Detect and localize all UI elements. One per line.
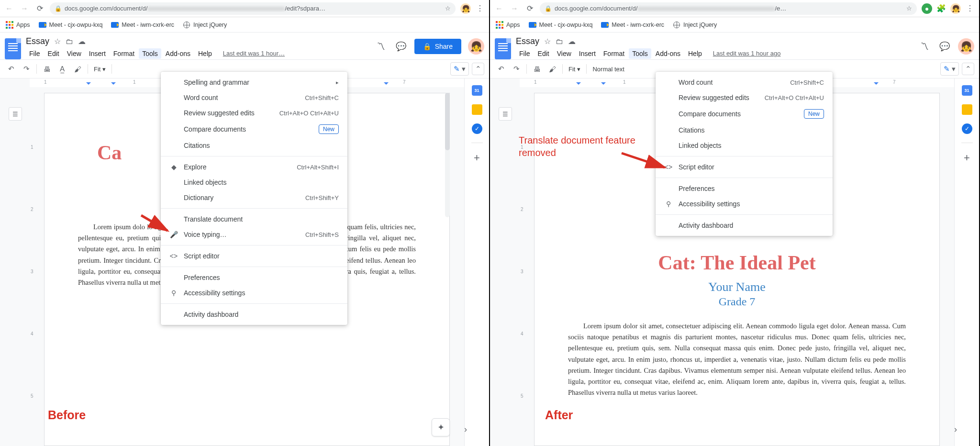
editing-mode-button[interactable]: ✎▾ [940, 62, 959, 76]
menu-tools[interactable]: Tools [629, 48, 651, 59]
menu-item-citations[interactable]: Citations [161, 138, 347, 153]
trend-icon[interactable]: 〽 [374, 40, 388, 53]
address-bar[interactable]: 🔒 docs.google.com/document/d/xxxxxxxxxxx… [50, 2, 456, 15]
editing-mode-button[interactable]: ✎▾ [450, 62, 469, 76]
menu-help[interactable]: Help [195, 48, 215, 59]
menu-item-wordcount[interactable]: Word countCtrl+Shift+C [656, 75, 833, 90]
side-panel-add-icon[interactable]: + [474, 152, 480, 164]
profile-avatar-icon[interactable]: 👧 [460, 3, 471, 14]
nav-back-icon[interactable]: ← [494, 3, 504, 14]
menu-insert[interactable]: Insert [86, 48, 109, 59]
outline-toggle-icon[interactable]: ☰ [9, 107, 22, 121]
nav-reload-icon[interactable]: ⟳ [524, 3, 535, 14]
menu-item-a11y[interactable]: ⚲Accessibility settings [161, 285, 347, 301]
menu-item-review[interactable]: Review suggested editsCtrl+Alt+O Ctrl+Al… [161, 105, 347, 121]
star-doc-icon[interactable]: ☆ [54, 37, 61, 46]
menu-item-review[interactable]: Review suggested editsCtrl+Alt+O Ctrl+Al… [656, 90, 833, 105]
redo-icon[interactable]: ↷ [20, 63, 33, 75]
star-doc-icon[interactable]: ☆ [544, 37, 551, 46]
menu-item-translate[interactable]: Translate document [161, 212, 347, 227]
last-edit-link[interactable]: Last edit was 1 hour ago [713, 48, 781, 59]
address-bar[interactable]: 🔒 docs.google.com/document/d/xxxxxxxxxxx… [540, 2, 917, 15]
bookmark-meet-1[interactable]: Meet - cjx-owpu-kxq [39, 21, 103, 29]
menu-item-explore[interactable]: ◆ExploreCtrl+Alt+Shift+I [161, 159, 347, 175]
docs-logo-icon[interactable] [495, 38, 511, 59]
chrome-menu-icon[interactable]: ⋮ [965, 3, 975, 14]
share-button[interactable]: 🔒 Share [414, 39, 461, 54]
menu-help[interactable]: Help [685, 48, 705, 59]
star-icon[interactable]: ☆ [445, 5, 451, 12]
nav-forward-icon[interactable]: → [19, 3, 30, 14]
menu-item-linked[interactable]: Linked objects [161, 175, 347, 190]
indent-marker-icon[interactable] [874, 82, 879, 87]
zoom-select[interactable]: Fit▾ [567, 66, 582, 73]
bookmark-inject[interactable]: Inject jQuery [673, 21, 717, 29]
menu-item-script[interactable]: <>Script editor [161, 248, 347, 264]
menu-item-dictionary[interactable]: DictionaryCtrl+Shift+Y [161, 190, 347, 205]
menu-item-voice[interactable]: 🎤Voice typing…Ctrl+Shift+S [161, 227, 347, 242]
menu-item-linked[interactable]: Linked objects [656, 138, 833, 153]
vertical-ruler[interactable]: 1 2 3 4 5 [30, 87, 37, 446]
bookmark-meet-1[interactable]: Meet - cjx-owpu-kxq [529, 21, 593, 29]
comments-icon[interactable]: 💬 [938, 40, 951, 53]
last-edit-link[interactable]: Last edit was 1 hour… [223, 48, 285, 59]
comments-icon[interactable]: 💬 [394, 40, 408, 53]
docs-logo-icon[interactable] [5, 38, 21, 59]
menu-item-compare[interactable]: Compare documentsNew [161, 121, 347, 138]
menu-item-compare[interactable]: Compare documentsNew [656, 105, 833, 123]
menu-view[interactable]: View [64, 48, 85, 59]
indent-marker-icon[interactable] [384, 82, 389, 87]
paint-format-icon[interactable]: 🖌 [71, 63, 84, 75]
chrome-menu-icon[interactable]: ⋮ [475, 3, 485, 14]
cloud-status-icon[interactable]: ☁ [568, 37, 576, 46]
side-panel-add-icon[interactable]: + [964, 152, 970, 164]
scrollbar-thumb[interactable] [445, 93, 450, 150]
undo-icon[interactable]: ↶ [495, 63, 507, 75]
document-title[interactable]: Essay [516, 36, 539, 46]
menu-file[interactable]: File [516, 48, 534, 59]
account-avatar-icon[interactable]: 👧 [468, 38, 484, 55]
bookmark-meet-2[interactable]: Meet - iwm-cxrk-erc [111, 21, 174, 29]
menu-addons[interactable]: Add-ons [162, 48, 194, 59]
next-page-icon[interactable]: › [458, 422, 473, 436]
indent-marker-icon[interactable] [601, 82, 606, 87]
menu-tools[interactable]: Tools [139, 48, 161, 59]
paint-format-icon[interactable]: 🖌 [546, 63, 558, 75]
nav-reload-icon[interactable]: ⟳ [34, 3, 45, 14]
menu-file[interactable]: File [26, 48, 44, 59]
nav-forward-icon[interactable]: → [509, 3, 520, 14]
tasks-icon[interactable] [962, 123, 972, 134]
vertical-ruler[interactable]: 1 2 3 4 5 [520, 87, 527, 446]
menu-item-citations[interactable]: Citations [656, 123, 833, 138]
zoom-select[interactable]: Fit▾ [92, 66, 108, 73]
account-avatar-icon[interactable]: 👧 [958, 38, 974, 55]
indent-marker-icon[interactable] [111, 82, 116, 87]
print-icon[interactable]: 🖶 [531, 63, 543, 75]
print-icon[interactable]: 🖶 [41, 63, 53, 75]
menu-insert[interactable]: Insert [576, 48, 599, 59]
menu-edit[interactable]: Edit [45, 48, 63, 59]
menu-item-a11y[interactable]: ⚲Accessibility settings [656, 196, 833, 212]
scrollbar[interactable] [445, 93, 450, 217]
menu-view[interactable]: View [554, 48, 575, 59]
menu-item-prefs[interactable]: Preferences [656, 181, 833, 196]
menu-addons[interactable]: Add-ons [652, 48, 684, 59]
profile-avatar-icon[interactable]: 👧 [950, 3, 961, 14]
menu-edit[interactable]: Edit [535, 48, 553, 59]
menu-item-prefs[interactable]: Preferences [161, 270, 347, 285]
collapse-sidebar-icon[interactable]: ⌃ [962, 63, 974, 75]
menu-format[interactable]: Format [600, 48, 628, 59]
menu-item-activity[interactable]: Activity dashboard [161, 307, 347, 322]
style-select[interactable]: Normal text [590, 66, 626, 73]
cloud-status-icon[interactable]: ☁ [78, 37, 86, 46]
calendar-icon[interactable] [472, 85, 482, 96]
keep-icon[interactable] [962, 104, 972, 115]
move-doc-icon[interactable]: 🗀 [66, 37, 73, 46]
next-page-icon[interactable]: › [948, 422, 963, 436]
keep-icon[interactable] [472, 104, 482, 115]
menu-item-wordcount[interactable]: Word countCtrl+Shift+C [161, 90, 347, 105]
redo-icon[interactable]: ↷ [510, 63, 523, 75]
outline-toggle-icon[interactable]: ☰ [499, 107, 512, 121]
move-doc-icon[interactable]: 🗀 [556, 37, 563, 46]
undo-icon[interactable]: ↶ [5, 63, 17, 75]
